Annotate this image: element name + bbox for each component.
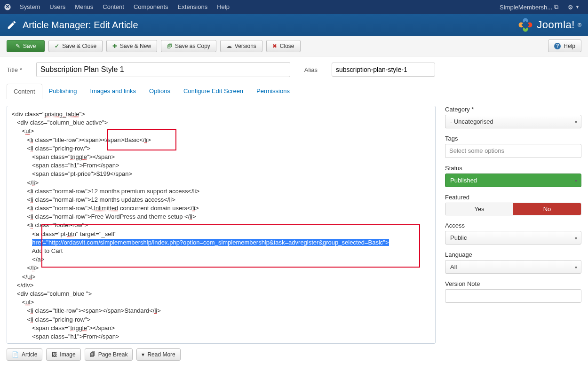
save-close-button[interactable]: Save & Close — [48, 40, 103, 52]
question-icon — [554, 42, 561, 49]
tab-publishing[interactable]: Publishing — [42, 84, 84, 99]
tab-images-and-links[interactable]: Images and links — [84, 84, 143, 99]
joomla-icon[interactable] — [4, 3, 11, 11]
gear-icon: ⚙ — [568, 4, 573, 11]
save-copy-button[interactable]: Save as Copy — [161, 40, 216, 52]
versions-icon — [226, 43, 232, 49]
close-button[interactable]: Close — [266, 40, 301, 52]
help-button[interactable]: Help — [548, 39, 581, 52]
top-menu-users[interactable]: Users — [45, 0, 70, 14]
tab-permissions[interactable]: Permissions — [250, 84, 296, 99]
top-menu-content[interactable]: Content — [98, 0, 129, 14]
alias-label: Alias — [304, 66, 318, 73]
sidebar: Category * - Uncategorised Tags Select s… — [445, 106, 581, 309]
versions-button[interactable]: Versions — [220, 40, 262, 52]
top-menu-help[interactable]: Help — [212, 0, 234, 14]
page-header: Article Manager: Edit Article Joomla! ® — [0, 14, 588, 36]
tabs: ContentPublishingImages and linksOptions… — [7, 84, 581, 99]
site-link[interactable]: SimpleMembersh... ⧉ — [495, 3, 563, 11]
version-note-input[interactable] — [445, 289, 581, 303]
tab-configure-edit-screen[interactable]: Configure Edit Screen — [177, 84, 250, 99]
featured-yes[interactable]: Yes — [445, 203, 513, 215]
language-select[interactable]: All — [445, 260, 581, 274]
joomla-logo: Joomla! ® — [517, 16, 581, 33]
featured-no[interactable]: No — [513, 203, 581, 215]
toolbar: Save Save & Close Save & New Save as Cop… — [0, 36, 588, 56]
code-editor[interactable]: <div class="prising_table"> <div class="… — [7, 106, 436, 344]
status-select[interactable]: Published — [445, 174, 581, 187]
plus-icon — [112, 43, 117, 49]
caret-down-icon: ▼ — [575, 5, 580, 9]
cancel-icon — [272, 43, 277, 49]
save-new-button[interactable]: Save & New — [106, 40, 157, 52]
tags-select[interactable]: Select some options — [445, 144, 581, 158]
version-note-label: Version Note — [445, 280, 581, 287]
pagebreak-button[interactable]: 🗐Page Break — [85, 348, 133, 361]
editor-buttons: 📄Article 🖼Image 🗐Page Break ▾Read More — [7, 348, 436, 361]
copy-icon — [167, 43, 172, 49]
tab-options[interactable]: Options — [143, 84, 177, 99]
top-menu-components[interactable]: Components — [129, 0, 173, 14]
top-menu-system[interactable]: System — [15, 0, 45, 14]
pencil-icon — [7, 20, 17, 30]
top-menu-menus[interactable]: Menus — [70, 0, 98, 14]
access-label: Access — [445, 222, 581, 229]
image-button[interactable]: 🖼Image — [46, 348, 80, 361]
save-button[interactable]: Save — [7, 40, 45, 52]
pagebreak-icon: 🗐 — [90, 351, 95, 358]
alias-input[interactable] — [332, 63, 435, 77]
file-icon: 📄 — [12, 351, 19, 358]
settings-dropdown[interactable]: ⚙ ▼ — [563, 4, 584, 11]
category-select[interactable]: - Uncategorised — [445, 115, 581, 128]
category-label: Category * — [445, 106, 581, 113]
chevron-down-icon: ▾ — [142, 351, 144, 358]
admin-top-bar: SystemUsersMenusContentComponentsExtensi… — [0, 0, 588, 14]
title-label: Title * — [7, 66, 22, 73]
page-title: Article Manager: Edit Article — [23, 20, 517, 31]
external-link-icon: ⧉ — [554, 3, 558, 11]
tab-content[interactable]: Content — [7, 84, 42, 99]
check-icon — [55, 43, 59, 49]
tags-label: Tags — [445, 135, 581, 142]
title-input[interactable] — [36, 62, 290, 77]
status-label: Status — [445, 165, 581, 172]
language-label: Language — [445, 251, 581, 258]
featured-toggle[interactable]: Yes No — [445, 203, 581, 215]
image-icon: 🖼 — [51, 351, 57, 358]
title-alias-row: Title * Alias — [0, 56, 588, 77]
article-button[interactable]: 📄Article — [7, 348, 42, 361]
apply-icon — [16, 43, 20, 49]
top-menu-extensions[interactable]: Extensions — [173, 0, 213, 14]
access-select[interactable]: Public — [445, 231, 581, 245]
featured-label: Featured — [445, 194, 581, 201]
readmore-button[interactable]: ▾Read More — [136, 348, 180, 361]
